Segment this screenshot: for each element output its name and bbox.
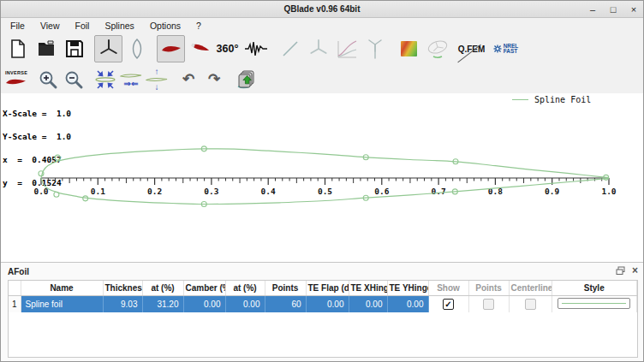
foil-table: Name Thickness (%) at (%) Camber (%) at … [9, 281, 637, 312]
cell-te-xhinge[interactable]: 0.00 [349, 295, 387, 312]
foil-canvas[interactable]: X-Scale = 1.0 Y-Scale = 1.0 x = 0.4057 y… [1, 93, 644, 262]
header-style[interactable]: Style [552, 281, 637, 295]
menu-help[interactable]: ? [188, 20, 209, 32]
zoom-in-button[interactable] [35, 68, 61, 92]
points-checkbox[interactable] [483, 299, 494, 310]
maximize-button[interactable]: □ [607, 2, 619, 17]
wind-turbine-icon [364, 38, 386, 60]
header-te-yhinge[interactable]: TE YHinge [387, 281, 428, 295]
heatmap-icon [401, 41, 417, 56]
cell-te-flap[interactable]: 0.00 [306, 295, 349, 312]
cell-points[interactable]: 60 [265, 295, 306, 312]
zoom-in-icon [38, 69, 58, 90]
menu-foil[interactable]: Foil [68, 20, 98, 32]
header-thickness[interactable]: Thickness (%) [103, 281, 142, 295]
airfoil-plot[interactable]: 0.00.10.20.30.40.50.60.70.80.91.0 [1, 93, 644, 262]
zoom-out-button[interactable] [61, 68, 86, 92]
rotor-disk-button[interactable] [423, 35, 451, 62]
foil-table-row[interactable]: 1 Spline foil 9.03 31.20 0.00 0.00 60 0.… [9, 295, 637, 312]
inverse-design-button[interactable]: INVERSE [3, 68, 29, 92]
window-controls: – □ × [587, 1, 640, 18]
svg-text:0.3: 0.3 [204, 187, 218, 196]
reset-scale-button[interactable] [92, 68, 118, 92]
airfoil-analysis-button[interactable] [185, 35, 213, 62]
squeeze-x-icon: ⇒⇐ [120, 71, 142, 87]
new-file-icon [8, 39, 28, 59]
svg-text:0.7: 0.7 [432, 187, 446, 196]
menu-file[interactable]: File [3, 20, 33, 32]
rotor-simulation-button[interactable] [304, 35, 332, 62]
table-header-row: Name Thickness (%) at (%) Camber (%) at … [9, 281, 637, 295]
airfoil-design-button[interactable] [157, 35, 185, 62]
menubar: File View Foil Splines Options ? [1, 19, 643, 33]
header-show-points[interactable]: Points [468, 281, 509, 295]
cell-thickness[interactable]: 9.03 [103, 295, 142, 312]
header-centerline[interactable]: Centerline [509, 281, 552, 295]
store-foil-button[interactable] [233, 68, 259, 92]
cell-camber[interactable]: 0.00 [183, 295, 225, 312]
nrel-fast-icon: NRELFAST [493, 44, 519, 55]
undo-icon: ↶ [182, 72, 194, 86]
svg-text:1.0: 1.0 [601, 187, 616, 196]
zoom-out-icon [63, 69, 84, 90]
cell-thickness-at[interactable]: 31.20 [142, 295, 183, 312]
rotor-disk-icon [426, 38, 450, 60]
undo-button[interactable]: ↶ [176, 68, 201, 92]
gear-icon [493, 45, 502, 53]
header-show[interactable]: Show [428, 281, 468, 295]
open-project-button[interactable] [32, 35, 60, 62]
qfem-button[interactable]: Q.FEM [457, 35, 486, 62]
svg-text:0.5: 0.5 [318, 187, 332, 196]
nrel-fast-button[interactable]: NRELFAST [492, 35, 520, 62]
svg-text:0.1: 0.1 [91, 187, 105, 196]
close-button[interactable]: × [628, 2, 640, 17]
blade-design-button[interactable] [276, 35, 304, 62]
cell-name[interactable]: Spline foil [21, 295, 103, 312]
centerline-checkbox[interactable] [525, 299, 536, 310]
airfoil-icon [160, 39, 182, 58]
header-te-flap[interactable]: TE Flap (deg) [306, 281, 349, 295]
redo-button[interactable]: ↷ [201, 68, 227, 92]
qfem-label: Q.FEM [458, 45, 486, 54]
close-panel-icon[interactable]: × [632, 265, 638, 276]
polar-360-label: 360° [217, 43, 239, 55]
characteristic-curves-button[interactable] [332, 35, 361, 62]
menu-splines[interactable]: Splines [97, 20, 141, 32]
fit-view-icon [94, 68, 116, 91]
scale-x-button[interactable]: ⇒⇐ [118, 68, 144, 92]
header-camber-at[interactable]: at (%) [225, 281, 265, 295]
polar-360-button[interactable]: 360° [213, 35, 242, 62]
row-number: 1 [9, 295, 21, 312]
titlebar: QBlade v0.96 64bit – □ × [1, 1, 643, 18]
header-camber[interactable]: Camber (%) [183, 281, 225, 295]
cell-camber-at[interactable]: 0.00 [225, 295, 265, 312]
multi-parameter-simulation-button[interactable] [395, 35, 423, 62]
new-project-button[interactable] [3, 35, 32, 62]
show-checkbox[interactable]: ✓ [443, 299, 454, 310]
scale-y-button[interactable]: ↑ ↓ [144, 68, 170, 92]
foil-ellipse-button[interactable] [122, 35, 151, 62]
header-points[interactable]: Points [265, 281, 306, 295]
save-button[interactable] [60, 35, 88, 62]
rotor-module-button[interactable] [94, 35, 122, 62]
header-name[interactable]: Name [21, 281, 103, 295]
menu-view[interactable]: View [33, 20, 68, 32]
foil-toolbar: INVERSE ⇒⇐ [1, 65, 643, 93]
waveform-icon [244, 39, 268, 59]
turbulence-button[interactable] [242, 35, 270, 62]
header-thickness-at[interactable]: at (%) [142, 281, 183, 295]
turbine-simulation-button[interactable] [361, 35, 389, 62]
float-panel-icon[interactable] [616, 266, 625, 276]
menu-options[interactable]: Options [142, 20, 188, 32]
header-te-xhinge[interactable]: TE XHinge [349, 281, 387, 295]
minimize-button[interactable]: – [587, 2, 599, 17]
open-folder-icon [36, 39, 57, 59]
style-line-icon [562, 303, 626, 304]
svg-text:0.2: 0.2 [147, 187, 162, 196]
style-preview[interactable] [558, 298, 630, 309]
cell-te-yhinge[interactable]: 0.00 [387, 295, 428, 312]
save-icon [64, 39, 85, 59]
svg-text:0.9: 0.9 [545, 187, 559, 196]
rotor-icon [98, 38, 120, 60]
foil-table-container: Name Thickness (%) at (%) Camber (%) at … [8, 280, 638, 358]
